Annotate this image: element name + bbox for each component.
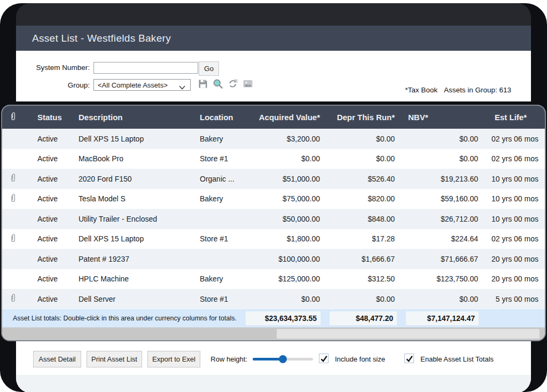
cell-location: Store #1 bbox=[189, 295, 243, 303]
cell-est-life: 20 yrs 00 mos bbox=[478, 255, 545, 263]
chevron-down-icon bbox=[179, 83, 185, 91]
image-icon[interactable] bbox=[243, 79, 253, 89]
print-asset-list-button[interactable]: Print Asset List bbox=[87, 351, 142, 367]
cell-location: Bakery bbox=[189, 275, 243, 283]
include-font-size-label: Include font size bbox=[335, 355, 385, 363]
toolbar-icons bbox=[198, 79, 253, 89]
cell-acquired-value: $1,800.00 bbox=[243, 234, 320, 243]
row-height-slider[interactable] bbox=[253, 358, 313, 360]
cell-est-life: 20 yrs 00 mos bbox=[478, 275, 545, 283]
cell-description: Dell XPS 15 Laptop bbox=[66, 135, 189, 143]
table-row[interactable]: Active Patent # 19237 $100,000.00 $1,666… bbox=[2, 249, 545, 269]
column-header-est-life[interactable]: Est Life* bbox=[478, 113, 545, 122]
window-title-bar: Asset List - Westfields Bakery bbox=[16, 26, 531, 51]
cell-nbv: $224.64 bbox=[395, 234, 478, 243]
bottom-action-bar: Asset Detail Print Asset List Export to … bbox=[16, 341, 531, 392]
attachment-column-header[interactable] bbox=[2, 111, 24, 123]
group-label: Group: bbox=[16, 81, 90, 89]
column-header-status[interactable]: Status bbox=[24, 113, 66, 122]
bottom-strip bbox=[16, 375, 531, 392]
paperclip-icon bbox=[10, 173, 17, 185]
horizontal-scrollbar-thumb[interactable] bbox=[277, 329, 540, 339]
cell-depr-this-run: $312.50 bbox=[320, 275, 395, 283]
cell-depr-this-run: $0.00 bbox=[320, 154, 395, 163]
cell-est-life: 10 yrs 00 mos bbox=[478, 175, 545, 183]
group-select[interactable]: <All Complete Assets> bbox=[93, 79, 191, 91]
column-header-acquired-value[interactable]: Acquired Value* bbox=[243, 113, 320, 122]
asset-list-totals-row[interactable]: Asset List totals: Double-click in this … bbox=[2, 309, 545, 327]
table-header-row: Status Description Location Acquired Val… bbox=[2, 106, 545, 129]
row-height-slider-thumb[interactable] bbox=[279, 355, 287, 363]
column-header-depr-this-run[interactable]: Depr This Run* bbox=[320, 113, 395, 122]
cell-description: 2020 Ford F150 bbox=[66, 175, 189, 183]
column-header-description[interactable]: Description bbox=[66, 113, 189, 122]
cell-est-life: 02 yrs 06 mos bbox=[478, 234, 545, 243]
cell-nbv: $19,213.60 bbox=[395, 175, 478, 183]
go-button[interactable]: Go bbox=[199, 61, 219, 76]
assets-in-group-label: Assets in Group: 613 bbox=[444, 86, 511, 94]
cell-nbv: $26,712.00 bbox=[395, 215, 478, 223]
cell-description: Utility Trailer - Enclosed bbox=[66, 215, 189, 223]
row-height-label: Row height: bbox=[203, 355, 247, 363]
cell-location: Store #1 bbox=[189, 234, 243, 243]
paperclip-icon bbox=[10, 233, 17, 245]
toolbar: System Number: Go Group: <All Complete A… bbox=[16, 51, 531, 101]
cell-location: Store #1 bbox=[189, 154, 243, 163]
paperclip-icon bbox=[10, 193, 17, 205]
cell-depr-this-run: $848.00 bbox=[320, 215, 395, 223]
cell-status: Active bbox=[24, 194, 66, 203]
cell-status: Active bbox=[24, 255, 66, 263]
table-row[interactable]: Active Utility Trailer - Enclosed $50,00… bbox=[2, 209, 545, 229]
cell-status: Active bbox=[24, 234, 66, 243]
cell-nbv: $0.00 bbox=[395, 154, 478, 163]
cell-est-life: 10 yrs 00 mos bbox=[478, 194, 545, 203]
app-window: Asset List - Westfields Bakery System Nu… bbox=[16, 3, 531, 101]
table-row[interactable]: Active Dell XPS 15 Laptop Store #1 $1,80… bbox=[2, 229, 545, 249]
horizontal-scrollbar-track[interactable] bbox=[2, 327, 545, 340]
footer-checkbox-font[interactable] bbox=[319, 354, 329, 363]
totals-caption: Asset List totals: Double-click in this … bbox=[13, 309, 237, 327]
save-icon[interactable] bbox=[198, 79, 208, 89]
cell-description: MacBook Pro bbox=[66, 154, 189, 163]
cell-acquired-value: $50,000.00 bbox=[243, 215, 320, 223]
total-nbv[interactable]: $7,147,124.47 bbox=[406, 311, 479, 325]
table-row[interactable]: Active Dell XPS 15 Laptop Bakery $3,200.… bbox=[2, 129, 545, 149]
cell-depr-this-run: $17.28 bbox=[320, 234, 395, 243]
cell-depr-this-run: $1,666.67 bbox=[320, 255, 395, 263]
cell-depr-this-run: $526.40 bbox=[320, 175, 395, 183]
total-acquired-value[interactable]: $23,634,373.55 bbox=[246, 311, 321, 325]
cell-nbv: $71,666.67 bbox=[395, 255, 478, 263]
system-number-input[interactable] bbox=[93, 62, 198, 74]
cell-depr-this-run: $820.00 bbox=[320, 194, 395, 203]
table-row[interactable]: Active Dell Server Store #1 $0.00 $0.00 … bbox=[2, 289, 545, 309]
cell-status: Active bbox=[24, 295, 66, 303]
cell-est-life: 02 yrs 06 mos bbox=[478, 154, 545, 163]
cell-status: Active bbox=[24, 154, 66, 163]
asset-detail-button[interactable]: Asset Detail bbox=[33, 351, 81, 367]
column-header-location[interactable]: Location bbox=[189, 113, 243, 122]
cell-nbv: $0.00 bbox=[395, 295, 478, 303]
table-row[interactable]: Active HPLC Machine Bakery $125,000.00 $… bbox=[2, 269, 545, 289]
search-icon[interactable] bbox=[213, 79, 223, 89]
group-select-value: <All Complete Assets> bbox=[98, 81, 168, 89]
device-frame: Asset List - Westfields Bakery System Nu… bbox=[0, 3, 547, 392]
cell-acquired-value: $51,000.00 bbox=[243, 175, 320, 183]
column-header-nbv[interactable]: NBV* bbox=[395, 113, 478, 122]
refresh-icon[interactable] bbox=[228, 79, 238, 89]
tax-book-label: *Tax Book bbox=[405, 86, 437, 94]
table-row[interactable]: Active 2020 Ford F150 Organic ... $51,00… bbox=[2, 169, 545, 189]
cell-location: Bakery bbox=[189, 194, 243, 203]
cell-nbv: $59,160.00 bbox=[395, 194, 478, 203]
export-to-exel-button[interactable]: Export to Exel bbox=[147, 351, 200, 367]
footer-checkbox-totals[interactable] bbox=[404, 354, 414, 363]
enable-asset-list-totals-label: Enable Asset List Totals bbox=[420, 355, 494, 363]
cell-nbv: $0.00 bbox=[395, 135, 478, 143]
cell-description: Dell Server bbox=[66, 295, 189, 303]
total-depr-this-run[interactable]: $48,477.20 bbox=[330, 311, 397, 325]
table-row[interactable]: Active Tesla Model S Bakery $75,000.00 $… bbox=[2, 189, 545, 209]
cell-acquired-value: $0.00 bbox=[243, 154, 320, 163]
table-row[interactable]: Active MacBook Pro Store #1 $0.00 $0.00 … bbox=[2, 149, 545, 169]
cell-status: Active bbox=[24, 275, 66, 283]
cell-est-life: 5 yrs 00 mos bbox=[478, 295, 545, 303]
paperclip-icon bbox=[10, 293, 17, 305]
